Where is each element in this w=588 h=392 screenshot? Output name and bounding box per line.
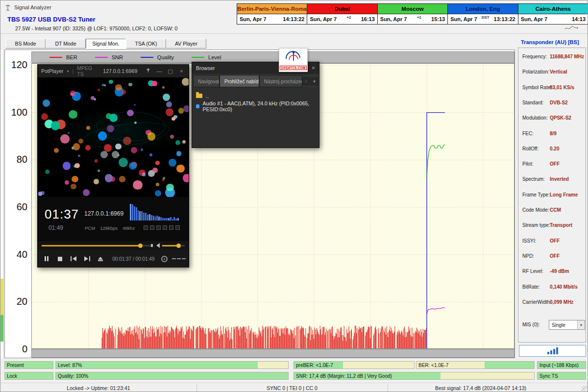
browser-content: ..Audio #1 - AAC(LATM), 24.0 kHz (PID:0x…	[192, 87, 319, 115]
close-icon[interactable]: ×	[177, 68, 185, 74]
browser-tab-1[interactable]: Prohlížeč nabídky	[220, 75, 259, 87]
browser-nav-buttons: ›▾	[302, 77, 318, 85]
video-dot	[183, 105, 189, 112]
signal-meter-widget[interactable]	[519, 345, 586, 357]
mini-button-icon[interactable]	[144, 225, 148, 230]
browser-item-1[interactable]: Audio #1 - AAC(LATM), 24.0 kHz (PID:0x00…	[196, 101, 315, 111]
pot-video[interactable]	[38, 77, 189, 197]
clock-time-value: 14:13:22	[283, 16, 304, 22]
legend-swatch	[95, 57, 108, 58]
video-dot	[78, 155, 80, 157]
signature-icon	[564, 25, 579, 32]
stop-button[interactable]	[54, 252, 66, 265]
clock-date: Sun, Apr 7	[240, 16, 267, 22]
tp-value-16: 0,099 MHz	[550, 299, 573, 305]
video-dot	[127, 110, 134, 117]
arrow-right-icon[interactable]: ›	[302, 77, 310, 85]
previous-button[interactable]	[68, 252, 79, 265]
y-tick-120: 120	[5, 59, 27, 70]
video-dot	[133, 180, 143, 190]
video-dot	[128, 83, 132, 86]
clock-time-cell-1: Sun, Apr 7+216:13	[307, 14, 377, 24]
clock-date: Sun, Apr 7	[310, 16, 337, 22]
mini-button-icon[interactable]	[156, 225, 161, 230]
video-dot	[151, 81, 157, 86]
resize-grip[interactable]	[582, 386, 588, 392]
audio-spectrum	[130, 204, 179, 220]
status-bar-level: Level: 87%	[55, 361, 289, 369]
pot-controls: 00:01:37 / 00:01:49	[38, 250, 189, 268]
mini-button-icon[interactable]	[150, 225, 154, 230]
playlist-menu-icon[interactable]	[172, 252, 186, 265]
close-icon[interactable]: ×	[312, 65, 315, 72]
status-bar-fill	[485, 362, 534, 368]
spectrum-bar	[147, 215, 148, 220]
minimize-icon[interactable]: —	[155, 68, 163, 74]
spectrum-bar	[134, 206, 135, 220]
volume-handle[interactable]	[176, 244, 181, 248]
pause-button[interactable]	[41, 252, 52, 265]
pin-icon[interactable]	[144, 68, 152, 74]
spectrum-bar	[162, 218, 164, 220]
video-dot	[83, 189, 90, 196]
tab-bs-mode[interactable]: BS Mode	[5, 39, 46, 49]
speaker-icon[interactable]	[156, 243, 160, 248]
statusbar: Locked -> Uptime: 01:23:41 SYNC 0 | TEI …	[0, 383, 588, 392]
status-bar-fill	[56, 372, 288, 379]
tp-label-4: Modulation:	[522, 115, 548, 121]
browser-tab-0[interactable]: Navigovat	[193, 75, 220, 87]
tp-label-1: Polarization:	[522, 69, 549, 74]
video-dot	[41, 113, 48, 120]
video-dot	[109, 80, 113, 84]
browser-tab-2[interactable]: Nástroj procházení t	[259, 75, 302, 87]
settings-gear-icon[interactable]	[158, 252, 170, 265]
chevron-down-icon[interactable]: ▾	[311, 77, 318, 85]
clock-zone-label-2: Moscow	[377, 4, 447, 14]
volume-slider[interactable]	[162, 245, 185, 246]
clock-zone-row: Berlin-Paris-Vienna-RomaDubaiMoscowLondo…	[237, 3, 588, 14]
potplayer-titlebar[interactable]: PotPlayer ▾ | MPEG TS 127.0.0.1:6969 — ▢…	[38, 65, 189, 77]
clock-date: Sun, Apr 7	[521, 16, 548, 22]
mis-dropdown[interactable]: Single▾	[549, 320, 585, 330]
clock-time-cell-0: Sun, Apr 714:13:22	[237, 14, 307, 24]
video-dot	[98, 170, 100, 172]
y-tick-60: 60	[5, 201, 27, 212]
spectrum-bar	[155, 217, 156, 220]
mini-button-icon[interactable]	[163, 225, 167, 230]
legend-item-level: Level	[192, 54, 221, 60]
clock-offset: +2	[346, 15, 351, 20]
y-tick-100: 100	[5, 107, 27, 118]
tab-dt-mode[interactable]: DT Mode	[46, 39, 86, 49]
tab-tsa-ok-[interactable]: TSA (OK)	[126, 39, 166, 49]
browser-item-0[interactable]: ..	[196, 91, 315, 101]
pot-info-panel: 01:37 01:49 127.0.0.1:6969 PCM128kbps48k…	[38, 197, 189, 241]
statusbar-divider	[196, 384, 197, 392]
status-bar-preber: preBER: <1.0E-7	[294, 361, 415, 369]
video-dot	[142, 172, 146, 176]
video-dot	[100, 151, 108, 158]
tp-value-8: Inverted	[550, 176, 569, 182]
maximize-icon[interactable]: ▢	[167, 68, 174, 74]
next-button[interactable]	[81, 252, 93, 265]
seek-handle[interactable]	[138, 244, 143, 248]
eject-button[interactable]	[95, 252, 107, 265]
spectrum-bar	[141, 211, 143, 220]
tab-av-player[interactable]: AV Player	[166, 39, 206, 49]
potplayer-title: PotPlayer	[41, 68, 64, 74]
clock-zone-label-3: London, Eng	[447, 4, 517, 14]
mini-button-icon[interactable]	[169, 225, 173, 230]
chevron-down-icon[interactable]: ▾	[577, 320, 585, 329]
spectrum-bar	[138, 210, 139, 220]
mini-button-icon[interactable]	[175, 225, 180, 230]
status-label: Input (~188 Kbps)	[539, 363, 579, 368]
video-dot	[141, 148, 143, 151]
tab-signal-mon-[interactable]: Signal Mon.	[86, 39, 126, 49]
legend-swatch	[49, 57, 62, 58]
tp-value-3: DVB-S2	[550, 100, 568, 105]
spectrum-bar	[139, 211, 141, 220]
left-strip-green-segment	[0, 315, 3, 342]
seek-bar[interactable]	[42, 245, 152, 246]
statusbar-sync: SYNC 0 | TEI 0 | CC 0	[196, 383, 388, 392]
status-bar-quality: Quality: 100%	[55, 372, 289, 380]
chevron-down-icon[interactable]: ▾	[67, 69, 69, 74]
